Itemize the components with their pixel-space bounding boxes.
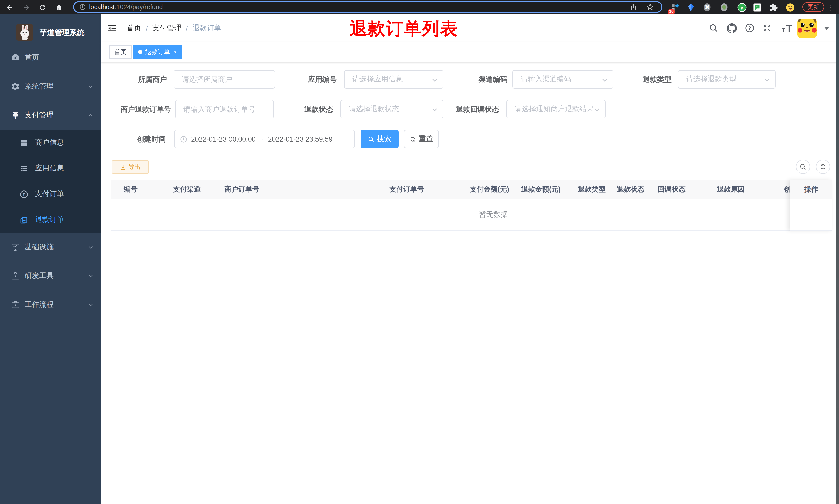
table-header-row: 编号 支付渠道 商户订单号 支付订单号 支付金额(元) 退款金额(元) 退款类型…: [111, 180, 832, 199]
user-avatar[interactable]: [797, 19, 817, 38]
browser-toolbar: localhost:1024/pay/refund 10: [0, 0, 839, 14]
breadcrumb-pay[interactable]: 支付管理: [153, 24, 181, 33]
browser-menu-button[interactable]: ⋮: [827, 2, 834, 13]
monitor-chart-icon: [11, 242, 20, 252]
column-header-refund-reason: 退款原因: [712, 180, 779, 199]
search-button-label: 搜索: [377, 134, 391, 144]
screen: localhost:1024/pay/refund 10: [0, 0, 839, 504]
reset-button[interactable]: 重置: [404, 130, 439, 148]
tag-home[interactable]: 首页: [109, 45, 132, 59]
extension-chat-icon[interactable]: [752, 2, 762, 12]
toggle-search-button[interactable]: [796, 160, 810, 174]
browser-back-button[interactable]: [2, 0, 17, 14]
browser-home-button[interactable]: [52, 0, 66, 14]
channel-select[interactable]: 请输入渠道编码: [513, 70, 613, 89]
page-annotation: 退款订单列表: [350, 17, 458, 41]
fullscreen-button[interactable]: [762, 23, 772, 34]
sidebar-item-merchant-info[interactable]: 商户信息: [0, 130, 101, 156]
extension-kite-icon[interactable]: [685, 2, 696, 12]
site-info-icon[interactable]: [79, 4, 86, 10]
address-bar[interactable]: localhost:1024/pay/refund: [73, 1, 662, 13]
share-icon[interactable]: [630, 3, 637, 11]
briefcase-icon: [11, 271, 20, 281]
browser-update-button[interactable]: 更新: [802, 2, 824, 12]
breadcrumb: 首页 / 支付管理 / 退款订单: [127, 14, 221, 42]
sidebar-item-app-info[interactable]: 应用信息: [0, 156, 101, 181]
sidebar-collapse-button[interactable]: [107, 23, 118, 34]
refund-type-select[interactable]: 请选择退款类型: [678, 70, 775, 89]
reload-icon: [38, 3, 46, 11]
export-button[interactable]: 导出: [112, 160, 149, 174]
dashboard-icon: [11, 53, 20, 62]
rabbit-logo-icon: [17, 24, 33, 41]
column-header-pay-channel: 支付渠道: [168, 180, 219, 199]
sidebar-item-infra[interactable]: 基础设施: [0, 233, 101, 262]
callback-status-select[interactable]: 请选择通知商户退款结果: [506, 100, 606, 119]
breadcrumb-separator: /: [186, 24, 188, 32]
table-empty-row: 暂无数据: [111, 199, 832, 231]
browser-reload-button[interactable]: [35, 0, 50, 14]
github-link[interactable]: [727, 23, 737, 34]
tag-close-icon[interactable]: ×: [174, 49, 177, 55]
bookmark-star-icon[interactable]: [646, 3, 654, 11]
sidebar-item-devtools[interactable]: 研发工具: [0, 262, 101, 290]
refund-status-select[interactable]: 请选择退款状态: [340, 100, 444, 119]
page-scrollbar[interactable]: [836, 14, 839, 504]
column-header-pay-order-no: 支付订单号: [384, 180, 465, 199]
sidebar-item-pay[interactable]: ¥ 支付管理: [0, 101, 101, 130]
breadcrumb-current: 退款订单: [193, 24, 221, 33]
home-icon: [55, 3, 63, 11]
app-select[interactable]: 请选择应用信息: [344, 70, 444, 89]
sidebar-item-refund-order[interactable]: 退款订单: [0, 207, 101, 233]
help-button[interactable]: ?: [745, 23, 755, 34]
tag-refund-order[interactable]: 退款订单 ×: [133, 45, 182, 59]
shop-icon: [20, 138, 28, 147]
extensions-puzzle-icon[interactable]: [768, 2, 779, 12]
extension-command-icon[interactable]: ⌘: [702, 2, 712, 12]
avatar-dropdown-caret[interactable]: [824, 27, 829, 30]
app-logo-row[interactable]: 芋道管理系统: [0, 21, 101, 44]
fullscreen-icon: [762, 23, 772, 33]
download-icon: [120, 164, 126, 170]
search-button[interactable]: 搜索: [360, 130, 399, 148]
svg-text:T: T: [786, 23, 792, 34]
merchant-refund-no-input[interactable]: [175, 100, 274, 119]
document-copy-icon: [20, 215, 28, 224]
sidebar-item-system[interactable]: 系统管理: [0, 72, 101, 101]
create-time-range-picker[interactable]: 2022-01-23 00:00:00 - 2022-01-23 23:59:5…: [174, 130, 355, 148]
sidebar-item-pay-order[interactable]: ¥ 支付订单: [0, 181, 101, 207]
sidebar-item-home[interactable]: 首页: [0, 43, 101, 72]
chat-bubble-icon: [753, 3, 762, 12]
browser-forward-button[interactable]: [19, 0, 34, 14]
github-icon: [727, 23, 737, 34]
breadcrumb-home[interactable]: 首页: [127, 24, 141, 33]
url-text: localhost:1024/pay/refund: [89, 3, 163, 11]
tags-view-bar: 首页 退款订单 ×: [101, 42, 839, 62]
sidebar-submenu-pay: 商户信息 应用信息 ¥ 支付订单: [0, 130, 101, 233]
extension-dict-icon[interactable]: 10: [670, 2, 680, 12]
sidebar-item-label: 支付管理: [25, 111, 54, 120]
font-size-button[interactable]: T T: [780, 22, 794, 32]
search-icon: [709, 23, 718, 33]
svg-text:?: ?: [748, 25, 751, 31]
gray-green-dot-icon: [719, 3, 729, 12]
svg-text:¥: ¥: [22, 192, 25, 197]
sidebar-item-workflow[interactable]: 工作流程: [0, 290, 101, 319]
svg-text:T: T: [782, 27, 785, 33]
sidebar-item-label: 研发工具: [25, 271, 54, 281]
refresh-table-button[interactable]: [816, 160, 830, 174]
chevron-down-icon: [88, 244, 94, 250]
active-dot-icon: [138, 50, 142, 54]
chevron-down-icon: [88, 84, 94, 90]
date-end-value: 2022-01-23 23:59:59: [268, 135, 335, 143]
filter-label-callback-status: 退款回调状态: [437, 100, 499, 119]
empty-state-text: 暂无数据: [479, 210, 508, 219]
extension-recorder-icon[interactable]: [719, 2, 729, 12]
search-icon: [368, 136, 374, 142]
extension-emoji-icon[interactable]: [785, 2, 795, 12]
refresh-icon: [819, 163, 827, 170]
extension-y-icon[interactable]: y: [736, 2, 747, 12]
header-search-button[interactable]: [709, 23, 719, 34]
merchant-input[interactable]: [174, 70, 275, 89]
briefcase-icon: [11, 300, 20, 309]
